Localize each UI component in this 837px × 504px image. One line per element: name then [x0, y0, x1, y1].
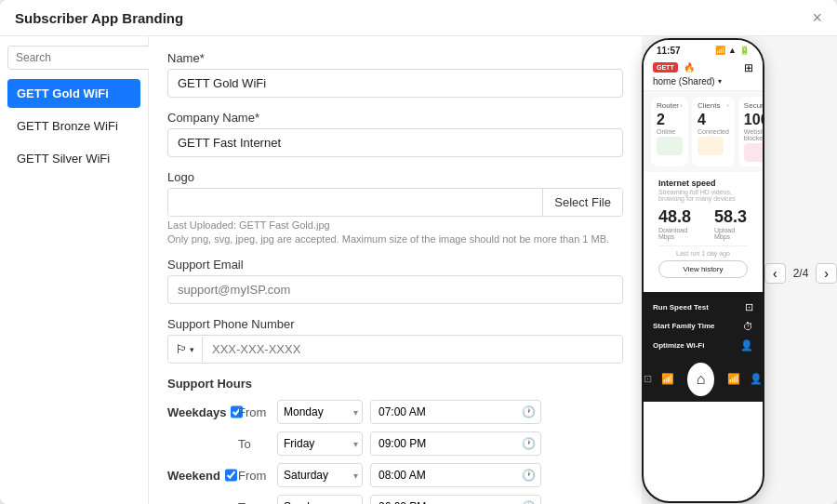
company-name-label: Company Name* [167, 111, 623, 125]
download-label: Download Mbps [658, 227, 699, 240]
router-label: Router [657, 101, 679, 110]
nav-icon-1: ⊡ [644, 373, 652, 385]
logo-hint2: Only png, svg, jpeg, jpg are accepted. M… [167, 233, 623, 245]
security-count: 100+ [744, 112, 764, 128]
weekdays-from-day-select[interactable]: Monday TuesdayWednesdayThursday FridaySa… [277, 400, 363, 424]
support-hours-title: Support Hours [167, 377, 623, 391]
internet-speed-card: Internet speed Streaming full HD videos,… [651, 172, 755, 285]
chevron-icon: ▾ [718, 77, 722, 86]
logo-label: Logo [167, 170, 623, 184]
phone-time: 11:57 [657, 46, 681, 56]
chevron-down-icon: ▾ [190, 345, 194, 354]
weekend-from-label: From [238, 469, 270, 483]
sidebar: + GETT Gold WiFi GETT Bronze WiFi GETT S… [0, 36, 149, 504]
bottom-nav: ⊡ 📶 ⌂ 📶 👤 [644, 359, 763, 402]
phone-input[interactable] [203, 336, 622, 363]
support-email-input[interactable] [167, 275, 623, 304]
phone-frame: 11:57 📶 ▲ 🔋 GETT 🔥 ⊞ [642, 38, 764, 503]
upload-label: Upload Mbps [714, 227, 748, 240]
pagination-controls: ‹ 2/4 › [764, 263, 837, 284]
action2-label: Start Family Time [653, 322, 715, 330]
family-time-icon: ⏱ [743, 321, 753, 332]
weekdays-from-row: Weekdays From Monday TuesdayWednesdayThu… [167, 400, 623, 424]
weekend-to-time-input[interactable] [370, 495, 541, 504]
name-input[interactable] [167, 69, 623, 98]
battery-icon: 🔋 [739, 46, 750, 55]
weekdays-from-label: From [238, 405, 270, 419]
grid-icon: ⊞ [744, 61, 753, 74]
select-file-button[interactable]: Select File [542, 189, 622, 216]
router-sub: Online [657, 128, 683, 135]
router-card: Router › 2 Online [651, 97, 688, 166]
phone-preview: 11:57 📶 ▲ 🔋 GETT 🔥 ⊞ [642, 36, 837, 504]
weekdays-to-label: To [238, 437, 270, 451]
weekend-checkbox[interactable] [225, 469, 237, 482]
speed-subtitle: Streaming full HD videos, browsing for m… [658, 189, 748, 202]
fire-icon: 🔥 [684, 62, 695, 73]
weekend-to-day-wrap: MondayTuesdayWednesdayThursday FridaySat… [277, 495, 363, 504]
app-header: GETT 🔥 ⊞ home (Shared) ▾ [644, 58, 763, 91]
weekend-from-day-wrap: MondayTuesdayWednesdayThursday FridaySat… [277, 463, 363, 487]
weekdays-from-time-wrap: 🕐 [370, 400, 541, 424]
logo-input[interactable] [168, 189, 542, 216]
last-run-note: Last run 1 day ago [658, 250, 748, 257]
home-button[interactable]: ⌂ [687, 363, 714, 396]
phone-flag-button[interactable]: 🏳 ▾ [168, 337, 203, 362]
clients-image [698, 137, 724, 155]
sidebar-item-gett-bronze[interactable]: GETT Bronze WiFi [7, 112, 140, 140]
modal-title: Subscriber App Branding [15, 10, 183, 26]
status-bar: 11:57 📶 ▲ 🔋 [644, 40, 763, 58]
company-name-input[interactable] [167, 128, 623, 157]
security-card: Security › 100+ Websites blocked [738, 97, 764, 166]
weekend-from-time-wrap: 🕐 [370, 463, 541, 487]
search-input[interactable] [7, 46, 164, 70]
router-count: 2 [657, 112, 683, 128]
weekend-to-time-wrap: 🕐 [370, 495, 541, 504]
router-arrow: › [680, 101, 683, 110]
bottom-actions: Run Speed Test ⊡ Start Family Time ⏱ Opt… [644, 292, 763, 359]
brand-logo: GETT [653, 62, 678, 73]
next-page-button[interactable]: › [816, 263, 837, 284]
weekend-from-row: Weekend From MondayTuesdayWednesdayThurs… [167, 463, 623, 487]
weekend-to-day-select[interactable]: MondayTuesdayWednesdayThursday FridaySat… [277, 495, 363, 504]
prev-page-button[interactable]: ‹ [764, 263, 786, 284]
weekdays-label: Weekdays [167, 405, 226, 419]
weekend-label: Weekend [167, 469, 220, 483]
sidebar-item-gett-gold[interactable]: GETT Gold WiFi [7, 79, 140, 108]
nav-icon-4: 👤 [750, 373, 763, 385]
weekdays-to-time-wrap: 🕐 [370, 431, 541, 456]
security-image [744, 143, 764, 162]
pagination-label: 2/4 [793, 267, 809, 280]
clients-card: Clients › 4 Connected [692, 97, 735, 166]
weekdays-to-time-input[interactable] [370, 431, 541, 456]
clients-count: 4 [698, 112, 729, 128]
action1-label: Run Speed Test [653, 303, 709, 312]
clients-label: Clients [698, 101, 720, 110]
upload-val: 58.3 [714, 207, 748, 227]
weekend-from-time-input[interactable] [370, 463, 541, 487]
security-label: Security [744, 101, 764, 110]
sidebar-item-gett-silver[interactable]: GETT Silver WiFi [7, 144, 140, 173]
location-text: home (Shared) [653, 76, 715, 86]
security-sub: Websites blocked [744, 128, 764, 141]
weekdays-to-day-wrap: MondayTuesdayWednesdayThursday FridaySat… [277, 431, 363, 456]
weekend-to-row: To MondayTuesdayWednesdayThursday Friday… [167, 495, 623, 504]
weekdays-from-time-input[interactable] [370, 400, 541, 424]
logo-hint1: Last Uploaded: GETT Fast Gold.jpg [167, 219, 623, 231]
flag-icon: 🏳 [176, 342, 188, 356]
weekdays-to-day-select[interactable]: MondayTuesdayWednesdayThursday FridaySat… [277, 431, 363, 456]
clients-arrow: › [726, 101, 729, 110]
view-history-button[interactable]: View history [658, 260, 748, 278]
close-button[interactable]: × [812, 9, 822, 26]
phone-field: 🏳 ▾ [167, 335, 623, 364]
weekend-to-label: To [238, 500, 270, 505]
weekdays-to-row: To MondayTuesdayWednesdayThursday Friday… [167, 431, 623, 456]
weekdays-from-day-wrap: Monday TuesdayWednesdayThursday FridaySa… [277, 400, 363, 424]
nav-icon-2: 📶 [661, 373, 674, 385]
signal-icon: ▲ [728, 46, 737, 55]
action3-label: Optimize Wi-Fi [653, 341, 704, 350]
logo-field: Select File [167, 188, 623, 217]
family-time-row: Start Family Time ⏱ [644, 317, 763, 336]
weekend-from-day-select[interactable]: MondayTuesdayWednesdayThursday FridaySat… [277, 463, 363, 487]
name-label: Name* [167, 51, 623, 65]
